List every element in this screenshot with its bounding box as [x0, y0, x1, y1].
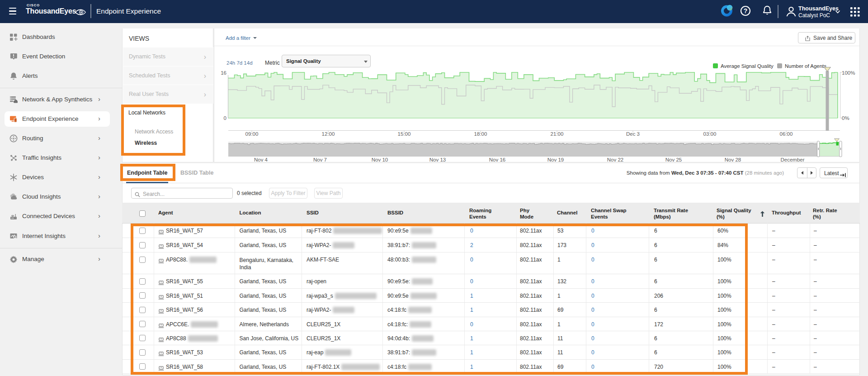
svg-text:Nov 25: Nov 25	[665, 157, 682, 162]
svg-text:0%: 0%	[842, 115, 849, 121]
svg-text:Nov 19: Nov 19	[547, 157, 564, 162]
svg-text:100%: 100%	[842, 70, 855, 76]
svg-text:Nov 7: Nov 7	[313, 157, 327, 162]
svg-text:16: 16	[221, 70, 226, 76]
svg-text:Nov 10: Nov 10	[372, 157, 388, 162]
svg-text:Nov 16: Nov 16	[489, 157, 505, 162]
svg-text:Nov 4: Nov 4	[254, 157, 268, 162]
svg-text:Nov 22: Nov 22	[607, 157, 623, 162]
svg-text:December: December	[780, 157, 804, 162]
svg-text:Nov 13: Nov 13	[429, 157, 446, 162]
svg-text:0: 0	[224, 115, 226, 121]
svg-text:?: ?	[744, 7, 748, 14]
svg-text:Nov 28: Nov 28	[725, 157, 741, 162]
